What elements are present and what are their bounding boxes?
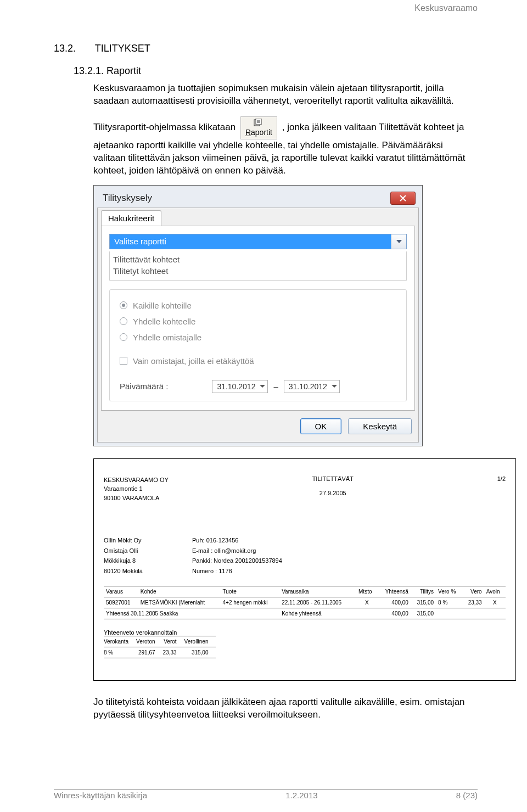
cell: 8 %	[436, 597, 462, 608]
th-yhteensa: Yhteensä	[378, 586, 411, 597]
target-group: Kaikille kohteille Yhdelle kohteelle Yhd…	[109, 289, 407, 401]
section-heading: 13.2. TILITYKSET	[54, 43, 478, 54]
sum-label: Yhteensä 30.11.2005 Saakka	[104, 608, 279, 619]
dialog-screenshot: Tilityskysely Hakukriteerit Valitse rapo…	[93, 185, 423, 446]
checkbox-vain-omistajat[interactable]: Vain omistajat, joilla ei etäkäyttöä	[120, 353, 396, 369]
report-table: Varaus Kohde Tuote Varausaika Mtsto Yhte…	[104, 586, 506, 619]
owner-contact: Omistaja Olli	[104, 546, 143, 556]
th-verokanta: Verokanta	[104, 636, 136, 647]
th-vero: Vero	[462, 586, 484, 597]
tax-table: Verokanta Veroton Verot Verollinen 8 % 2…	[104, 636, 216, 658]
date-to-value: 31.10.2012	[289, 382, 327, 391]
owner-name: Ollin Mökit Oy	[104, 535, 143, 546]
date-label: Päivämäärä :	[120, 382, 168, 391]
raportit-button-label: Raportit	[245, 128, 272, 137]
radio-label: Kaikille kohteille	[133, 301, 192, 310]
cell: X	[356, 597, 378, 608]
tax-summary-title: Yhteenveto verokannoittain	[104, 629, 506, 636]
radio-yhdelle-omistajalle[interactable]: Yhdelle omistajalle	[120, 329, 396, 345]
report-preview: KESKUSVARAAMO OY Varaamontie 1 90100 VAR…	[93, 458, 516, 681]
paragraph-instructions: Tilitysraportit-ohjelmassa klikataan Rap…	[93, 116, 478, 177]
th-tilitys: Tilitys	[411, 586, 436, 597]
radio-icon	[120, 317, 127, 325]
footer-right: 8 (23)	[456, 791, 478, 800]
report-select-value: Valitse raportti	[110, 234, 391, 249]
cancel-button[interactable]: Keskeytä	[348, 418, 412, 434]
owner-bank: Nordea 20012001537894	[214, 557, 282, 564]
radio-label: Yhdelle omistajalle	[133, 333, 201, 342]
owner-phone: 016-123456	[206, 537, 239, 544]
report-select[interactable]: Valitse raportti	[109, 234, 407, 249]
radio-yhdelle-kohteelle[interactable]: Yhdelle kohteelle	[120, 313, 396, 329]
company-name: KESKUSVARAAMO OY	[104, 475, 169, 485]
ok-button[interactable]: OK	[300, 418, 342, 434]
report-icon	[253, 119, 264, 126]
chevron-down-icon[interactable]	[391, 234, 406, 249]
cell: 315,00	[411, 597, 436, 608]
th-varausaika: Varausaika	[279, 586, 356, 597]
th-tuote: Tuote	[221, 586, 280, 597]
radio-kaikille[interactable]: Kaikille kohteille	[120, 298, 396, 313]
cell: 22.11.2005 - 26.11.2005	[279, 597, 356, 608]
sum-til: 315,00	[411, 608, 436, 619]
date-to[interactable]: 31.10.2012	[284, 380, 340, 393]
cell: 50927001	[104, 597, 138, 608]
cell: 8 %	[104, 647, 136, 658]
owner-phone-label: Puh:	[192, 537, 205, 544]
date-from-value: 31.10.2012	[217, 382, 255, 391]
owner-bank-label: Pankki:	[192, 557, 212, 564]
th-varaus: Varaus	[104, 586, 138, 597]
date-from[interactable]: 31.10.2012	[212, 380, 268, 393]
radio-icon	[120, 333, 127, 341]
paragraph-closing: Jo tilitetyistä kohteista voidaan jälkik…	[93, 696, 478, 721]
section-title: TILITYKSET	[95, 43, 150, 54]
running-header: Keskusvaraamo	[414, 3, 478, 13]
cell: METSÄMÖKKI (Merenlaht	[138, 597, 221, 608]
th-kohde: Kohde	[138, 586, 221, 597]
cell: X	[484, 597, 506, 608]
cell: 23,33	[462, 597, 484, 608]
report-title: TILITETTÄVÄT	[169, 475, 497, 482]
section-number: 13.2.	[54, 43, 76, 54]
radio-icon	[120, 301, 127, 309]
owner-email-label: E-mail :	[192, 547, 212, 554]
cell: 291,67	[136, 647, 162, 658]
report-date: 27.9.2005	[169, 490, 497, 496]
table-row: 50927001 METSÄMÖKKI (Merenlaht 4+2 henge…	[104, 597, 506, 608]
th-verot: Verot	[163, 636, 184, 647]
close-icon[interactable]	[390, 192, 416, 205]
footer-center: 1.2.2013	[285, 791, 317, 800]
cell: 400,00	[378, 597, 411, 608]
tab-hakukriteerit[interactable]: Hakukriteerit	[101, 210, 161, 226]
raportit-button[interactable]: Raportit	[240, 116, 277, 139]
th-veropct: Vero %	[436, 586, 462, 597]
list-item[interactable]: Tilitetyt kohteet	[113, 265, 403, 277]
page-footer: Winres-käyttäjän käsikirja 1.2.2013 8 (2…	[54, 789, 478, 800]
paragraph-before-button: Tilitysraportit-ohjelmassa klikataan	[93, 122, 238, 132]
date-separator: –	[273, 382, 278, 391]
chevron-down-icon	[332, 385, 337, 388]
report-option-list[interactable]: Tilitettävät kohteet Tilitetyt kohteet	[109, 251, 407, 281]
chevron-down-icon	[260, 385, 265, 388]
footer-left: Winres-käyttäjän käsikirja	[54, 791, 147, 800]
th-avoin: Avoin	[484, 586, 506, 597]
th-verollinen: Verollinen	[184, 636, 216, 647]
subsection-heading: 13.2.1. Raportit	[74, 65, 478, 77]
company-addr1: Varaamontie 1	[104, 484, 169, 494]
table-sum-row: Yhteensä 30.11.2005 Saakka Kohde yhteens…	[104, 608, 506, 619]
cell: 315,00	[184, 647, 216, 658]
checkbox-icon	[120, 357, 127, 365]
list-item[interactable]: Tilitettävät kohteet	[113, 254, 403, 265]
owner-street: Mökkikuja 8	[104, 556, 143, 566]
sum-mid: Kohde yhteensä	[279, 608, 378, 619]
owner-city: 80120 Mökkilä	[104, 566, 143, 576]
company-addr2: 90100 VARAAMOLA	[104, 494, 169, 503]
owner-num: 1178	[218, 568, 232, 574]
cell: 4+2 hengen mökki	[221, 597, 280, 608]
sum-yht: 400,00	[378, 608, 411, 619]
owner-num-label: Numero :	[192, 568, 217, 574]
dialog-title: Tilityskysely	[103, 193, 390, 204]
page-indicator: 1/2	[497, 475, 506, 503]
radio-label: Yhdelle kohteelle	[133, 317, 195, 326]
table-row: 8 % 291,67 23,33 315,00	[104, 647, 216, 658]
